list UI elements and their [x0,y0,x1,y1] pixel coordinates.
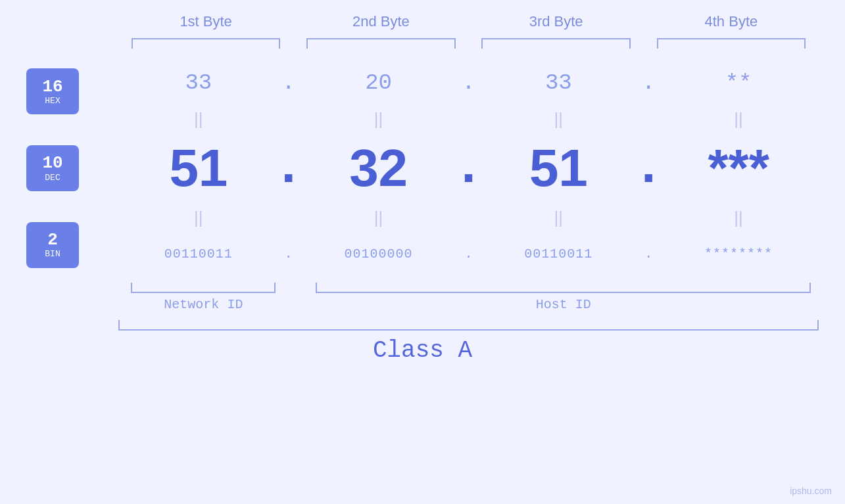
bin-label: BIN [45,249,60,259]
dec-val-3: 51 [529,142,588,195]
network-bracket [131,283,276,293]
bin-cell-4: ******** [658,246,819,262]
dec-val-4: *** [708,142,769,195]
byte-header-3: 3rd Byte [469,13,644,30]
dec-dot-2: . [459,142,479,195]
hex-dot-sym-1: . [282,70,295,95]
eq-sym-6: || [374,208,383,228]
watermark: ipshu.com [790,486,832,496]
bin-number: 2 [47,231,58,250]
hex-dot-1: . [279,70,299,95]
hex-cell-1: 33 [118,70,279,95]
eq-sym-1: || [194,109,203,129]
eq-cell-3: || [479,109,639,129]
dec-dot-3: . [639,142,658,195]
dec-label: DEC [45,173,60,183]
dec-cell-3: 51 [479,142,639,195]
hex-val-3: 33 [545,70,572,95]
eq-cell-5: || [118,208,279,228]
dec-cell-2: 32 [299,142,459,195]
bin-dot-sym-1: . [285,246,293,262]
dec-number: 10 [42,154,62,173]
hex-number: 16 [42,78,62,97]
hex-label: HEX [45,96,60,106]
byte-headers: 1st Byte 2nd Byte 3rd Byte 4th Byte [26,13,819,30]
byte-header-2: 2nd Byte [293,13,468,30]
host-bracket-container [308,283,819,293]
bin-dot-3: . [639,246,658,262]
host-bracket [316,283,811,293]
class-row: Class A [26,337,819,364]
dec-cell-1: 51 [118,142,279,195]
dec-dot-1: . [279,142,299,195]
host-id-label: Host ID [536,297,591,312]
bracket-gap-1 [289,283,308,293]
bin-val-3: 00110011 [524,246,592,262]
host-id-container: Host ID [308,297,819,312]
bracket-4 [657,38,806,49]
hex-dot-sym-2: . [462,70,475,95]
bracket-cell-2 [293,37,468,50]
hex-dot-sym-3: . [642,70,655,95]
dec-val-2: 32 [349,142,408,195]
big-bracket-container [26,320,819,331]
hex-row: 33 . 20 . 33 . ** [118,57,819,109]
class-label: Class A [373,337,472,364]
eq-row-1: || || || || [118,109,819,129]
dec-row: 51 . 32 . 51 . *** [118,129,819,208]
bin-dot-2: . [459,246,479,262]
right-data: 33 . 20 . 33 . ** [118,57,819,280]
left-badges: 16 HEX 10 DEC 2 BIN [26,57,118,280]
bin-badge: 2 BIN [26,222,79,268]
eq-cell-4: || [658,109,819,129]
bin-val-4: ******** [704,246,773,262]
hex-cell-2: 20 [299,70,459,95]
bracket-cell-1 [118,37,293,50]
dec-badge-wrapper: 10 DEC [26,129,79,208]
hex-val-4: ** [725,70,752,95]
dec-badge: 10 DEC [26,145,79,191]
bin-dot-1: . [279,246,299,262]
bin-val-1: 00110011 [164,246,233,262]
hex-cell-4: ** [658,70,819,95]
eq-sym-2: || [374,109,383,129]
main-container: 1st Byte 2nd Byte 3rd Byte 4th Byte 16 H… [0,0,845,504]
eq-row-2: || || || || [118,208,819,227]
bin-row: 00110011 . 00100000 . 00110011 . [118,227,819,280]
bin-cell-1: 00110011 [118,246,279,262]
eq-cell-7: || [479,208,639,228]
bracket-2 [306,38,455,49]
id-labels-row: Network ID Host ID [26,297,819,312]
eq-sym-5: || [194,208,203,228]
hex-dot-3: . [639,70,658,95]
bin-dot-sym-3: . [644,246,652,262]
bracket-cell-3 [469,37,644,50]
top-bracket-row [26,37,819,50]
eq-cell-6: || [299,208,459,228]
hex-val-1: 33 [185,70,212,95]
bin-val-2: 00100000 [345,246,413,262]
bracket-3 [481,38,630,49]
network-id-label: Network ID [164,297,243,312]
hex-dec-bin-section: 16 HEX 10 DEC 2 BIN [26,57,819,280]
bin-cell-2: 00100000 [299,246,459,262]
bin-cell-3: 00110011 [479,246,639,262]
eq-sym-4: || [734,109,743,129]
hex-badge-wrapper: 16 HEX [26,65,79,118]
hex-dot-2: . [459,70,479,95]
bracket-cell-4 [644,37,819,50]
dec-val-1: 51 [169,142,228,195]
eq-sym-7: || [554,208,564,228]
bracket-1 [132,38,280,49]
eq-cell-8: || [658,208,819,228]
bottom-bracket-section [26,283,819,293]
dec-cell-4: *** [658,142,819,195]
label-gap [289,297,308,312]
hex-val-2: 20 [365,70,392,95]
network-bracket-container [118,283,289,293]
hex-badge: 16 HEX [26,68,79,114]
byte-header-4: 4th Byte [644,13,819,30]
eq-sym-3: || [554,109,564,129]
eq-cell-2: || [299,109,459,129]
byte-header-1: 1st Byte [118,13,293,30]
